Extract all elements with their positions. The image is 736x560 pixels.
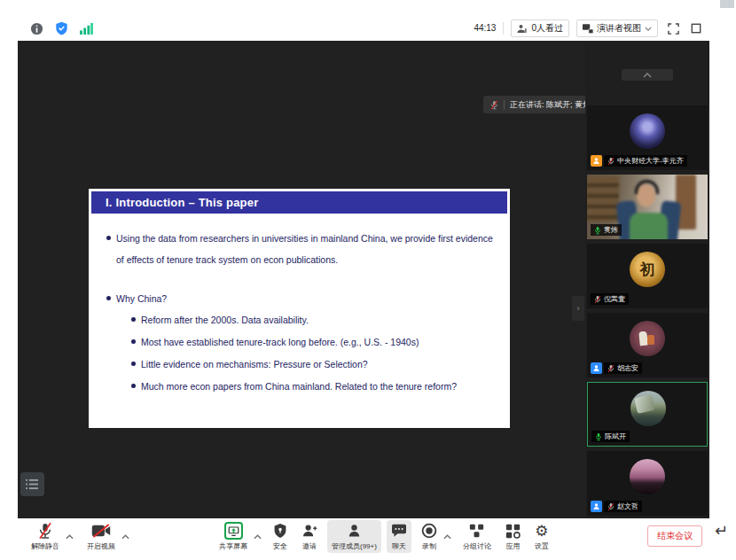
viewers-label: 0人看过 (531, 22, 563, 35)
member-person-icon (591, 362, 602, 374)
end-meeting-button[interactable]: 结束会议 (647, 525, 702, 547)
active-mic-icon (595, 432, 602, 441)
window-mode-icon[interactable] (688, 20, 704, 36)
participant-tile[interactable]: 初 倪嵩萱 (587, 244, 708, 308)
participant-avatar: 初 (630, 252, 665, 287)
chevron-down-icon (645, 27, 652, 31)
speaker-view-icon (583, 24, 593, 34)
security-shield-icon (273, 523, 287, 539)
participant-name: 中央财经大学-李元齐 (617, 156, 684, 166)
participants-person-icon (347, 523, 362, 539)
toast-divider (504, 100, 505, 110)
meeting-window: 44:13 0人看过 演讲者视图 (18, 16, 709, 554)
active-mic-icon (594, 226, 601, 235)
manage-participants-button[interactable]: 管理成员(99+) (327, 520, 381, 553)
participant-name: 倪嵩萱 (604, 294, 625, 304)
start-video-label: 开启视频 (87, 541, 115, 551)
manage-participants-label: 管理成员(99+) (332, 541, 377, 551)
apps-label: 应用 (505, 541, 520, 551)
participant-tile[interactable]: 黄炜 (587, 175, 708, 239)
participant-tile-active-speaker[interactable]: 陈斌开 (587, 382, 708, 447)
participant-name: 赵文哲 (617, 502, 638, 511)
avatar-calligraphy-glyph: 初 (640, 260, 655, 280)
speaking-toast: 正在讲话: 陈斌开; 黄炜; (483, 96, 600, 113)
video-options-caret[interactable] (121, 527, 129, 543)
participant-chip: 中央财经大学-李元齐 (591, 155, 687, 167)
participant-chip: 倪嵩萱 (591, 293, 629, 305)
participant-chip: 陈斌开 (591, 431, 630, 442)
slide-bullet: Why China? (116, 288, 167, 309)
participant-name: 胡志安 (617, 363, 638, 373)
breakout-rooms-label: 分组讨论 (463, 541, 491, 551)
toolbar-left-group: 解除静音 开启视频 (27, 520, 131, 553)
participant-name: 黄炜 (604, 225, 618, 235)
muted-mic-icon (490, 100, 498, 110)
agenda-list-button[interactable] (20, 472, 44, 496)
gear-icon: ⚙ (535, 524, 548, 539)
participant-tile[interactable]: 赵文哲 (587, 451, 708, 516)
slide-sub-bullet: Much more econ papers from China mainlan… (141, 376, 457, 397)
record-button[interactable]: 录制 (417, 520, 442, 553)
chat-label: 聊天 (392, 541, 406, 551)
invite-button[interactable]: 邀请 (297, 520, 322, 553)
bullet-dot (106, 296, 111, 300)
share-screen-icon (224, 522, 243, 540)
muted-mic-icon (607, 364, 615, 373)
security-label: 安全 (273, 541, 287, 551)
start-video-button[interactable]: 开启视频 (82, 520, 120, 553)
list-icon (26, 478, 39, 490)
scroll-up-button[interactable] (622, 69, 673, 81)
participant-chip: 胡志安 (591, 362, 642, 374)
bullet-dot (106, 236, 111, 240)
encryption-shield-icon[interactable] (53, 20, 69, 36)
share-options-caret[interactable] (254, 527, 262, 543)
breakout-rooms-button[interactable]: 分组讨论 (458, 520, 496, 553)
share-screen-button[interactable]: 共享屏幕 (215, 520, 252, 553)
muted-mic-icon (594, 295, 601, 304)
invite-person-icon (301, 523, 317, 539)
record-icon (421, 523, 437, 539)
security-button[interactable]: 安全 (269, 520, 292, 553)
participant-avatar (630, 459, 665, 494)
slide-title-bar: I. Introduction – This paper (91, 191, 507, 214)
muted-mic-icon (607, 157, 615, 166)
chevron-up-icon (643, 73, 652, 78)
breakout-rooms-icon (469, 524, 484, 539)
unmute-label: 解除静音 (31, 541, 59, 551)
participant-chip: 黄炜 (591, 224, 622, 236)
fullscreen-icon[interactable] (665, 20, 681, 36)
bullet-dot (131, 339, 136, 344)
viewers-button[interactable]: 0人看过 (511, 19, 569, 37)
mic-options-caret[interactable] (66, 527, 74, 543)
slide-sub-bullet: Little evidence on mechanisms: Pressure … (141, 354, 368, 375)
network-signal-icon (78, 20, 94, 36)
apps-button[interactable]: 应用 (501, 520, 525, 553)
participant-avatar (630, 113, 665, 149)
participants-sidebar: 中央财经大学-李元齐 (585, 41, 709, 518)
bottom-toolbar: 解除静音 开启视频 共享屏 (18, 518, 709, 554)
unmute-button[interactable]: 解除静音 (27, 520, 64, 553)
apps-grid-icon (505, 524, 521, 539)
speaking-toast-text: 正在讲话: 陈斌开; 黄炜; (510, 99, 593, 111)
meeting-timer: 44:13 (474, 22, 504, 35)
participant-name: 陈斌开 (605, 432, 626, 441)
chevron-right-icon: › (577, 304, 580, 313)
meeting-info-icon[interactable] (28, 20, 44, 36)
guest-person-icon (591, 155, 602, 167)
mic-muted-icon (38, 522, 52, 540)
settings-label: 设置 (535, 541, 549, 551)
participant-tile[interactable]: 胡志安 (587, 313, 708, 377)
settings-button[interactable]: ⚙ 设置 (530, 520, 553, 553)
participant-avatar (630, 391, 666, 426)
sidebar-collapse-handle[interactable]: › (572, 296, 584, 321)
top-bar: 44:13 0人看过 演讲者视图 (18, 16, 709, 41)
participant-chip: 赵文哲 (591, 501, 642, 512)
bullet-dot (131, 384, 136, 388)
view-mode-button[interactable]: 演讲者视图 (576, 19, 658, 37)
chat-button[interactable]: 聊天 (387, 520, 411, 553)
viewers-person-icon (517, 24, 528, 34)
return-key-icon: ↵ (715, 521, 728, 541)
top-bar-left (18, 20, 94, 36)
record-options-caret[interactable] (443, 527, 451, 543)
participant-tile[interactable]: 中央财经大学-李元齐 (587, 105, 708, 170)
